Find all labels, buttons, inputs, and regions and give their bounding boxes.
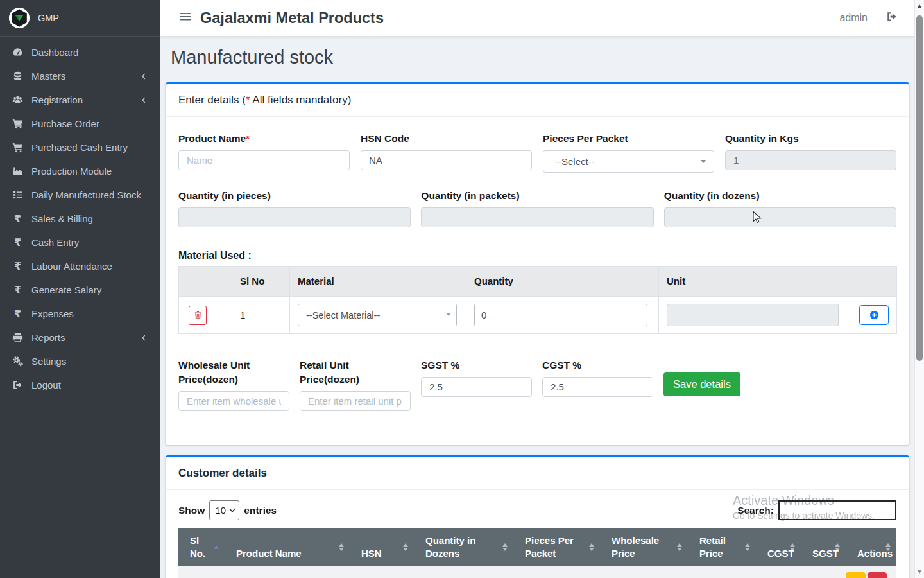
entries-label: entries xyxy=(244,505,277,516)
sidebar-item-expenses[interactable]: ₹ Expenses xyxy=(0,302,160,326)
search-input[interactable] xyxy=(778,500,896,520)
sgst-input[interactable] xyxy=(421,377,532,397)
qty-kgs-field: Quantity in Kgs xyxy=(725,132,896,173)
tasks-icon xyxy=(10,189,25,200)
show-label: Show xyxy=(178,505,205,516)
sort-icon xyxy=(339,543,344,551)
sort-icon xyxy=(886,543,891,551)
material-col-unit: Unit xyxy=(659,267,851,297)
customer-row xyxy=(178,566,896,578)
sgst-field: SGST % xyxy=(421,358,532,397)
material-row: 1 --Select Material-- xyxy=(179,297,897,334)
customer-details-body: Show 10 entries Search: SlNo. Product Na… xyxy=(166,490,909,578)
save-details-button[interactable]: Save details xyxy=(663,372,740,396)
sort-icon xyxy=(403,543,408,551)
rupee-icon: ₹ xyxy=(10,260,25,272)
search-label: Search: xyxy=(737,505,774,516)
customer-details-header: Customer details xyxy=(166,457,909,490)
user-area: admin xyxy=(839,11,914,25)
sidebar-item-purchase-order[interactable]: Purchase Order xyxy=(0,112,160,136)
column-pieces-per-packet[interactable]: Pieces PerPacket xyxy=(513,528,600,566)
database-icon xyxy=(10,71,25,82)
cgst-field: CGST % xyxy=(542,358,653,397)
page-size-select[interactable]: 10 xyxy=(209,500,239,520)
material-col-material: Material xyxy=(290,267,466,297)
sidebar-item-purchased-cash-entry[interactable]: Purchased Cash Entry xyxy=(0,136,160,159)
rupee-icon: ₹ xyxy=(10,213,25,225)
scroll-down-button[interactable] xyxy=(917,570,922,574)
enter-details-card: Enter details (* All fields mandatory) P… xyxy=(166,82,909,445)
sidebar-menu: Dashboard Masters Registration Purchase … xyxy=(0,37,160,397)
column-sgst[interactable]: SGST xyxy=(801,528,846,566)
retail-price-input[interactable] xyxy=(300,391,411,411)
sidebar-item-production-module[interactable]: Production Module xyxy=(0,159,160,183)
sort-icon xyxy=(745,543,750,551)
signout-button[interactable] xyxy=(886,11,898,25)
delete-material-row-button[interactable] xyxy=(189,306,207,325)
brand-name: GMP xyxy=(38,13,59,23)
cart-icon xyxy=(10,118,25,129)
sidebar-item-settings[interactable]: Settings xyxy=(0,349,160,373)
sidebar: GMP Dashboard Masters Registration Purch… xyxy=(0,0,160,578)
qty-pieces-field: Quantity (in pieces) xyxy=(178,189,411,227)
printer-icon xyxy=(10,332,25,343)
qty-kgs-input xyxy=(725,150,896,170)
qty-packets-field: Quantity (in packets) xyxy=(421,189,653,227)
column-wholesale-price[interactable]: WholesalePrice xyxy=(600,528,688,566)
column-quantity-in-dozens[interactable]: Quantity inDozens xyxy=(414,528,513,566)
column-cgst[interactable]: CGST xyxy=(756,528,801,566)
sidebar-item-masters[interactable]: Masters xyxy=(0,64,160,88)
cart-icon xyxy=(10,142,25,153)
wholesale-price-input[interactable] xyxy=(178,391,289,411)
hsn-code-input[interactable] xyxy=(361,150,532,170)
caret-down-icon xyxy=(229,508,235,512)
product-name-input[interactable] xyxy=(178,150,350,170)
scroll-thumb[interactable] xyxy=(916,15,923,361)
column-hsn[interactable]: HSN xyxy=(350,528,414,566)
edit-button[interactable] xyxy=(846,572,866,578)
material-select[interactable]: --Select Material-- xyxy=(298,304,457,326)
delete-button[interactable] xyxy=(868,572,887,578)
sidebar-item-generate-salary[interactable]: ₹ Generate Salary xyxy=(0,278,160,302)
sidebar-item-dashboard[interactable]: Dashboard xyxy=(0,40,160,64)
product-name-field: Product Name* xyxy=(178,132,350,173)
topbar: Gajalaxmi Metal Products admin xyxy=(160,0,914,37)
sidebar-item-reports[interactable]: Reports xyxy=(0,326,160,349)
caret-down-icon xyxy=(446,313,451,316)
caret-down-icon xyxy=(701,160,706,163)
chevron-left-icon xyxy=(140,72,148,81)
qty-dozens-field: Quantity (in dozens) xyxy=(664,189,896,227)
pieces-per-packet-field: Pieces Per Packet --Select-- xyxy=(543,132,714,173)
sidebar-item-labour-attendance[interactable]: ₹ Labour Attendance xyxy=(0,254,160,278)
menu-toggle-button[interactable] xyxy=(180,12,191,24)
sort-icon xyxy=(835,543,840,551)
logout-icon xyxy=(10,380,25,390)
scrollbar[interactable] xyxy=(914,0,924,578)
cgst-input[interactable] xyxy=(542,377,653,397)
column-product-name[interactable]: Product Name xyxy=(225,528,350,566)
sidebar-item-daily-manufactured-stock[interactable]: Daily Manufactured Stock xyxy=(0,183,160,207)
app-title: Gajalaxmi Metal Products xyxy=(200,10,384,27)
sidebar-item-sales-billing[interactable]: ₹ Sales & Billing xyxy=(0,207,160,231)
sort-icon xyxy=(677,543,682,551)
hsn-code-field: HSN Code xyxy=(361,132,532,173)
sidebar-item-registration[interactable]: Registration xyxy=(0,88,160,112)
column-actions[interactable]: Actions xyxy=(846,528,896,566)
material-used-label: Material Used : xyxy=(178,249,896,262)
plus-circle-icon xyxy=(869,310,879,320)
scroll-up-button[interactable] xyxy=(917,4,922,8)
add-material-row-button[interactable] xyxy=(859,305,889,325)
sidebar-item-logout[interactable]: Logout xyxy=(0,373,160,397)
rupee-icon: ₹ xyxy=(10,236,25,249)
pieces-per-packet-select[interactable]: --Select-- xyxy=(543,150,714,173)
brand[interactable]: GMP xyxy=(0,0,160,37)
material-table: Sl No Material Quantity Unit 1 --Select … xyxy=(178,266,897,334)
column-sl-no[interactable]: SlNo. xyxy=(178,528,225,566)
column-retail-price[interactable]: RetailPrice xyxy=(688,528,756,566)
enter-details-header: Enter details (* All fields mandatory) xyxy=(166,84,909,117)
material-quantity-input[interactable] xyxy=(474,304,647,326)
speedometer-icon xyxy=(10,47,25,58)
customer-table: SlNo. Product Name HSN Quantity inDozens… xyxy=(178,528,896,578)
sidebar-item-cash-entry[interactable]: ₹ Cash Entry xyxy=(0,231,160,254)
rupee-icon: ₹ xyxy=(10,308,25,320)
